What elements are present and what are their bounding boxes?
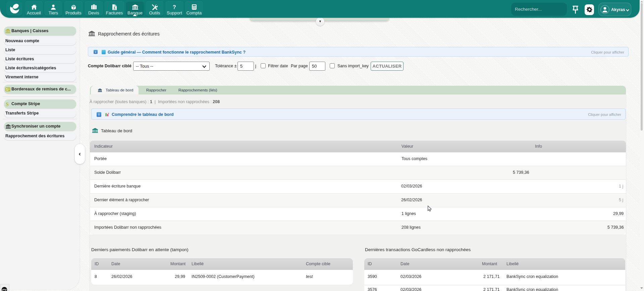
svg-text:$: $ (114, 6, 115, 9)
